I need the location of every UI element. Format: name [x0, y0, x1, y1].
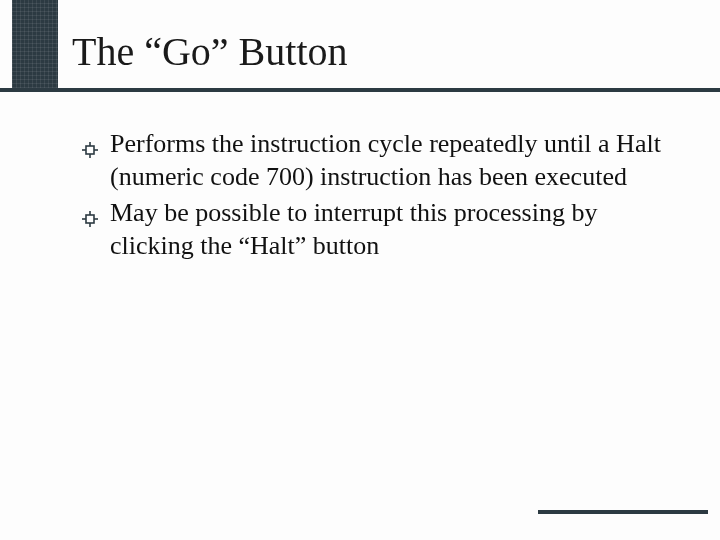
svg-rect-5: [86, 215, 94, 223]
list-item: Performs the instruction cycle repeatedl…: [82, 128, 680, 193]
content-area: Performs the instruction cycle repeatedl…: [82, 128, 680, 266]
list-item: May be possible to interrupt this proces…: [82, 197, 680, 262]
footer-divider: [538, 510, 708, 514]
bullet-icon: [82, 203, 98, 219]
title-divider: [0, 88, 720, 92]
bullet-text: Performs the instruction cycle repeatedl…: [110, 129, 661, 191]
page-title: The “Go” Button: [72, 28, 348, 75]
corner-pattern: [12, 0, 58, 92]
bullet-icon: [82, 134, 98, 150]
svg-rect-0: [86, 146, 94, 154]
bullet-text: May be possible to interrupt this proces…: [110, 198, 597, 260]
